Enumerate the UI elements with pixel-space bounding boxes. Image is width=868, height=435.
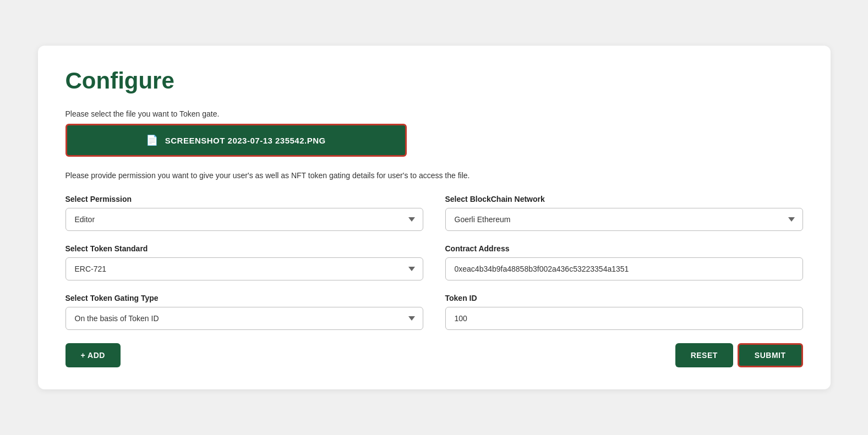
permission-info-label: Please provide permission you want to gi… bbox=[65, 170, 803, 181]
form-grid: Select Permission Editor Viewer Commente… bbox=[65, 195, 803, 330]
select-blockchain-group: Select BlockChain Network Goerli Ethereu… bbox=[445, 195, 803, 231]
add-button[interactable]: + ADD bbox=[65, 343, 121, 367]
reset-button[interactable]: RESET bbox=[675, 343, 733, 367]
page-title: Configure bbox=[65, 68, 803, 94]
token-id-label: Token ID bbox=[445, 294, 803, 302]
select-token-standard-dropdown[interactable]: ERC-721 ERC-1155 ERC-20 bbox=[65, 257, 423, 280]
file-icon: 📄 bbox=[146, 134, 159, 146]
select-blockchain-dropdown[interactable]: Goerli Ethereum Ethereum Mainnet Polygon… bbox=[445, 208, 803, 231]
actions-row: + ADD RESET SUBMIT bbox=[65, 343, 803, 367]
right-actions: RESET SUBMIT bbox=[675, 343, 803, 367]
select-blockchain-label: Select BlockChain Network bbox=[445, 195, 803, 203]
select-permission-group: Select Permission Editor Viewer Commente… bbox=[65, 195, 423, 231]
configure-card: Configure Please select the file you wan… bbox=[38, 46, 831, 389]
token-id-input[interactable] bbox=[445, 307, 803, 330]
contract-address-group: Contract Address bbox=[445, 244, 803, 280]
select-token-gating-label: Select Token Gating Type bbox=[65, 294, 423, 302]
select-token-standard-group: Select Token Standard ERC-721 ERC-1155 E… bbox=[65, 244, 423, 280]
select-permission-label: Select Permission bbox=[65, 195, 423, 203]
token-id-group: Token ID bbox=[445, 294, 803, 330]
contract-address-label: Contract Address bbox=[445, 244, 803, 253]
file-selection-label: Please select the file you want to Token… bbox=[65, 109, 803, 118]
select-token-gating-group: Select Token Gating Type On the basis of… bbox=[65, 294, 423, 330]
select-token-gating-dropdown[interactable]: On the basis of Token ID On the basis of… bbox=[65, 307, 423, 330]
select-token-standard-label: Select Token Standard bbox=[65, 244, 423, 253]
submit-button[interactable]: SUBMIT bbox=[738, 343, 803, 367]
file-select-button[interactable]: 📄 SCREENSHOT 2023-07-13 235542.PNG bbox=[65, 124, 407, 157]
file-button-text: SCREENSHOT 2023-07-13 235542.PNG bbox=[165, 136, 326, 145]
select-permission-dropdown[interactable]: Editor Viewer Commenter bbox=[65, 208, 423, 231]
contract-address-input[interactable] bbox=[445, 257, 803, 280]
